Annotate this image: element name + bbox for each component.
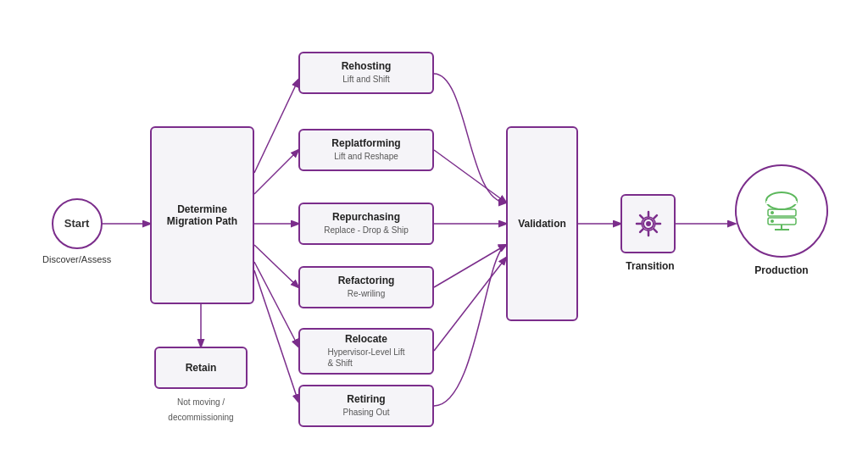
retain-node: Retain xyxy=(154,347,248,389)
svg-line-2 xyxy=(254,80,298,173)
rehosting-sub: Lift and Shift xyxy=(342,74,390,85)
refactoring-node: Refactoring Re-wriling xyxy=(298,266,434,308)
repurchasing-title: Repurchasing xyxy=(332,211,400,223)
retiring-title: Retiring xyxy=(347,393,385,405)
production-node xyxy=(735,164,828,258)
replatforming-title: Replatforming xyxy=(331,137,400,149)
relocate-sub: Hypervisor-Level Lift & Shift xyxy=(327,347,404,369)
production-icon xyxy=(754,186,810,236)
production-label: Production xyxy=(735,262,828,277)
svg-line-8 xyxy=(434,150,506,203)
repurchasing-sub: Replace - Drop & Ship xyxy=(324,225,409,236)
svg-line-3 xyxy=(254,150,298,194)
refactoring-title: Refactoring xyxy=(338,275,395,286)
repurchasing-node: Repurchasing Replace - Drop & Ship xyxy=(298,203,434,245)
replatforming-sub: Lift and Reshape xyxy=(334,151,398,162)
determine-title: Determine xyxy=(177,203,227,215)
svg-point-30 xyxy=(771,219,774,223)
svg-line-11 xyxy=(434,258,506,351)
gear-icon xyxy=(633,208,664,239)
transition-label: Transition xyxy=(612,258,688,273)
relocate-node: Relocate Hypervisor-Level Lift & Shift xyxy=(298,328,434,375)
transition-node xyxy=(620,194,676,253)
start-label: Start xyxy=(64,217,90,230)
rehosting-node: Rehosting Lift and Shift xyxy=(298,52,434,94)
refactoring-sub: Re-wriling xyxy=(348,288,385,299)
svg-line-7 xyxy=(254,270,298,402)
retain-sublabel: Not moving / decommissioning xyxy=(137,393,264,424)
retiring-sub: Phasing Out xyxy=(342,407,389,418)
svg-line-10 xyxy=(434,245,506,287)
relocate-title: Relocate xyxy=(345,333,387,345)
determine-title2: Migration Path xyxy=(167,215,237,227)
svg-line-22 xyxy=(654,215,657,219)
svg-line-5 xyxy=(254,245,298,287)
migration-diagram: Start Discover/Assess Determine Migratio… xyxy=(19,16,849,457)
retain-title: Retain xyxy=(186,362,217,374)
svg-line-23 xyxy=(640,229,643,232)
svg-line-21 xyxy=(654,229,657,232)
svg-point-15 xyxy=(646,221,651,226)
svg-line-20 xyxy=(640,215,643,219)
replatforming-node: Replatforming Lift and Reshape xyxy=(298,129,434,171)
start-circle: Start xyxy=(52,198,103,249)
validation-node: Validation xyxy=(506,126,578,321)
rehosting-title: Rehosting xyxy=(342,60,392,72)
start-node: Start Discover/Assess xyxy=(42,198,111,265)
start-sublabel: Discover/Assess xyxy=(42,253,111,265)
arrows-overlay xyxy=(19,16,849,457)
retiring-node: Retiring Phasing Out xyxy=(298,385,434,427)
svg-line-6 xyxy=(254,262,298,347)
svg-point-28 xyxy=(771,211,774,214)
determine-node: Determine Migration Path xyxy=(150,126,254,304)
svg-rect-26 xyxy=(766,201,797,204)
validation-title: Validation xyxy=(518,218,566,230)
